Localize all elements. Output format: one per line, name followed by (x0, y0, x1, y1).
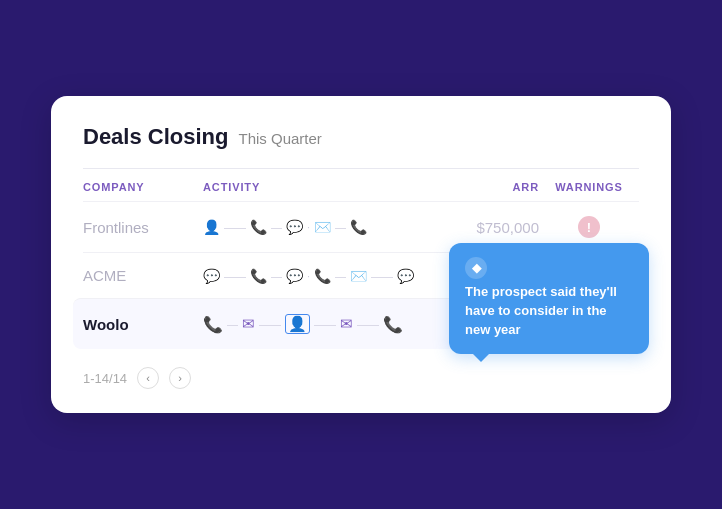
phone-green-icon: 📞 (203, 315, 223, 334)
phone4-icon: 📞 (314, 268, 331, 284)
warning-frontlines: ! (539, 216, 639, 238)
col-activity: ACTIVITY (203, 181, 439, 193)
prev-page-button[interactable]: ‹ (137, 367, 159, 389)
col-company: COMPANY (83, 181, 203, 193)
company-frontlines: Frontlines (83, 219, 203, 236)
company-acme: ACME (83, 267, 203, 284)
tooltip-bubble: ◆ The prospect said they'll have to cons… (449, 243, 649, 354)
diamond-icon: ◆ (465, 257, 487, 279)
tooltip-text: The prospect said they'll have to consid… (465, 284, 617, 337)
mail-purple-icon: ✉ (242, 315, 255, 333)
deals-card: Deals Closing This Quarter COMPANY ACTIV… (51, 96, 671, 413)
phone-green2-icon: 📞 (383, 315, 403, 334)
pagination: 1-14/14 ‹ › (83, 349, 639, 389)
col-arr: ARR (439, 181, 539, 193)
card-title: Deals Closing (83, 124, 228, 150)
next-page-button[interactable]: › (169, 367, 191, 389)
person-icon: 👤 (203, 219, 220, 235)
arr-frontlines: $750,000 (439, 219, 539, 236)
phone2-icon: 📞 (350, 219, 367, 235)
table-header: COMPANY ACTIVITY ARR WARNINGS (83, 169, 639, 201)
person-blue-icon: 👤 (285, 314, 310, 334)
activity-woolo: 📞 — ✉ —— 👤 —— ✉ —— 📞 (203, 314, 439, 334)
mail-purple2-icon: ✉ (340, 315, 353, 333)
chat4-icon: 💬 (397, 268, 414, 284)
warning-icon-frontlines: ! (578, 216, 600, 238)
card-header: Deals Closing This Quarter (83, 124, 639, 150)
activity-acme: 💬 —— 📞 — 💬 · 📞 — ✉️ —— 💬 (203, 268, 439, 284)
chat-icon: 💬 (286, 219, 303, 235)
activity-frontlines: 👤 —— 📞 — 💬 · ✉️ — 📞 (203, 219, 439, 235)
chat3-icon: 💬 (286, 268, 303, 284)
col-warnings: WARNINGS (539, 181, 639, 193)
chat2-icon: 💬 (203, 268, 220, 284)
phone-icon: 📞 (250, 219, 267, 235)
pagination-range: 1-14/14 (83, 371, 127, 386)
tooltip-header: ◆ (465, 257, 633, 279)
mail2-icon: ✉️ (350, 268, 367, 284)
table-row-acme: ACME 💬 —— 📞 — 💬 · 📞 — ✉️ —— 💬 $— ◆ The p… (83, 252, 639, 298)
phone3-icon: 📞 (250, 268, 267, 284)
card-subtitle: This Quarter (238, 130, 321, 147)
company-woolo: Woolo (83, 316, 203, 333)
mail-icon: ✉️ (314, 219, 331, 235)
